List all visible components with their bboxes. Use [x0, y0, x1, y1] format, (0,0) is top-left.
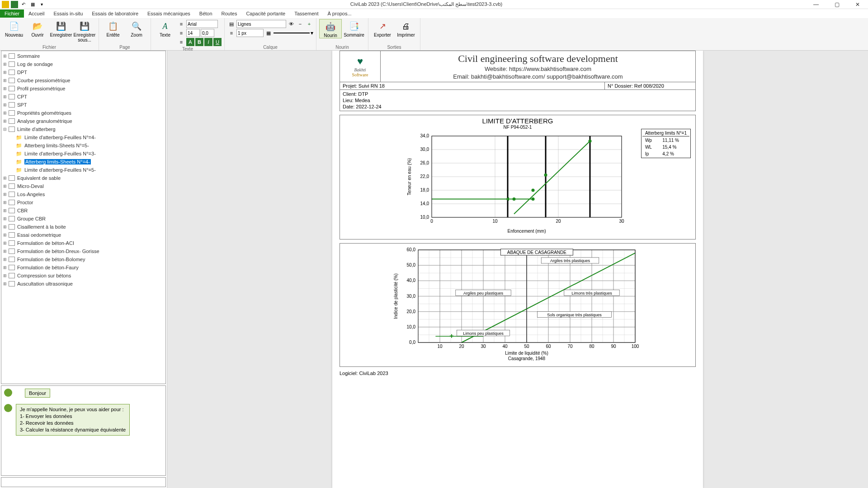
- tree-item[interactable]: ⊞Courbe pressiométrique: [2, 76, 165, 84]
- tab-essais-insitu[interactable]: Essais in-situ: [49, 9, 87, 18]
- tree-item[interactable]: ⊞Log de sondage: [2, 60, 165, 68]
- svg-point-28: [532, 189, 535, 192]
- tree-item[interactable]: ⊞Proctor: [2, 198, 165, 206]
- nourin-button[interactable]: 🤖Nourin: [319, 19, 342, 38]
- svg-text:20: 20: [556, 219, 561, 224]
- tree-item[interactable]: ⊟Limite d'atterberg: [2, 125, 165, 133]
- tree-item[interactable]: ⊞Essai oedometrique: [2, 231, 165, 239]
- tree-item[interactable]: ⊞Groupe CBR: [2, 215, 165, 223]
- tree-item[interactable]: ⊞Cisaillement à la boite: [2, 223, 165, 231]
- export-button[interactable]: ↗Exporter: [371, 19, 394, 38]
- tree-item[interactable]: ⊞Auscultation ultrasonique: [2, 280, 165, 288]
- results-table: Atterberg limits N°=1 Wp11,11 % WL15,4 %…: [641, 129, 691, 158]
- svg-text:18,0: 18,0: [420, 188, 429, 192]
- tree-item[interactable]: ⊞CBR: [2, 206, 165, 215]
- assistant-input[interactable]: [1, 477, 166, 487]
- project-tree[interactable]: ⊞Sommaire⊞Log de sondage⊞DPT⊞Courbe pres…: [1, 51, 166, 384]
- tree-item-child[interactable]: 📁Limite d'atterberg-Feuilles N°=3-: [2, 150, 165, 158]
- plus-icon[interactable]: +: [305, 20, 313, 28]
- tab-apropos[interactable]: À propos...: [323, 9, 356, 18]
- font-color-icon[interactable]: A: [186, 38, 194, 46]
- maximize-button[interactable]: ▢: [826, 0, 847, 9]
- svg-text:Teneur en eau (%): Teneur en eau (%): [407, 158, 412, 195]
- eye-icon[interactable]: 👁: [287, 20, 295, 28]
- size-combo[interactable]: [186, 29, 200, 37]
- tab-essais-labo[interactable]: Essais de laboratoire: [87, 9, 143, 18]
- zoom-button[interactable]: 🔍Zoom: [125, 19, 148, 38]
- align-center-icon[interactable]: ≡: [177, 29, 185, 37]
- layer-icon[interactable]: ▤: [227, 20, 236, 28]
- svg-text:10,0: 10,0: [407, 324, 416, 329]
- tree-item[interactable]: ⊞Micro-Deval: [2, 182, 165, 190]
- tree-item[interactable]: ⊞Analyse granulométrique: [2, 117, 165, 125]
- align-right-icon[interactable]: ≡: [177, 38, 185, 46]
- report-page: ♥ Bakhti Software Civil engineering soft…: [332, 51, 703, 488]
- tree-item[interactable]: ⊞Formulation de béton-Faury: [2, 263, 165, 272]
- assistant-panel: Bonjour Je m'appelle Nourine, je peux vo…: [1, 385, 166, 476]
- tree-item[interactable]: ⊞CPT: [2, 93, 165, 101]
- tab-capacite[interactable]: Capacité portante: [241, 9, 290, 18]
- tree-item[interactable]: ⊞Compression sur bétons: [2, 272, 165, 280]
- align-left-icon[interactable]: ≡: [177, 20, 185, 28]
- tree-item[interactable]: ⊞Formulation de béton-Bolomey: [2, 255, 165, 263]
- tree-item[interactable]: ⊞SPT: [2, 101, 165, 109]
- underline-icon[interactable]: U: [213, 38, 222, 46]
- header-button[interactable]: 📋Entête: [102, 19, 124, 38]
- tree-item[interactable]: ⊞DPT: [2, 68, 165, 76]
- tree-item[interactable]: ⊞Formulation de béton-Dreux- Gorisse: [2, 247, 165, 255]
- ribbon: 📄Nouveau 📂Ouvrir 💾Enregistrer 💾Enregistr…: [0, 18, 868, 51]
- other-combo[interactable]: [201, 29, 214, 37]
- px-combo[interactable]: [236, 29, 264, 37]
- bold-icon[interactable]: B: [195, 38, 203, 46]
- qat-dropdown-icon[interactable]: ▾: [38, 1, 45, 8]
- qat-icon[interactable]: [11, 1, 18, 8]
- pattern-icon[interactable]: ▦: [264, 29, 273, 37]
- close-button[interactable]: ✕: [847, 0, 868, 9]
- tree-item-child[interactable]: 📁Limite d'atterberg-Feuilles N°=4-: [2, 133, 165, 141]
- saveas-button[interactable]: 💾Enregistrer sous...: [73, 19, 96, 42]
- tab-beton[interactable]: Béton: [195, 9, 217, 18]
- tree-item[interactable]: ⊞Sommaire: [2, 52, 165, 60]
- tree-item[interactable]: ⊞Propriétés géométriques: [2, 109, 165, 117]
- company-logo: ♥ Bakhti Software: [340, 51, 381, 82]
- tree-item[interactable]: ⊞Equivalent de sable: [2, 174, 165, 182]
- svg-text:Enfoncement (mm): Enfoncement (mm): [507, 229, 546, 234]
- tree-item[interactable]: ⊞Profil pressiométrique: [2, 84, 165, 93]
- italic-icon[interactable]: I: [204, 38, 212, 46]
- tree-item-child[interactable]: 📁Limite d'atterberg-Feuilles N°=5-: [2, 166, 165, 174]
- lieu-field: Lieu: Medea: [343, 97, 693, 103]
- print-button[interactable]: 🖨Imprimer: [395, 19, 417, 38]
- text-button[interactable]: ATexte: [154, 19, 176, 38]
- tree-item[interactable]: ⊞Los-Angeles: [2, 190, 165, 198]
- group-label: Page: [102, 44, 148, 50]
- document-viewport[interactable]: ♥ Bakhti Software Civil engineering soft…: [167, 51, 868, 488]
- lineweight-icon[interactable]: ≡: [227, 29, 236, 37]
- tab-fichier[interactable]: Fichier: [0, 9, 24, 18]
- client-field: Client: DTP: [343, 91, 693, 97]
- tab-tassement[interactable]: Tassement: [290, 9, 323, 18]
- assistant-message: Je m'appelle Nourine, je peux vous aider…: [16, 404, 130, 436]
- tree-item-child[interactable]: 📁Atterberg limits-Sheets N°=4-: [2, 158, 165, 166]
- tree-item[interactable]: ⊞Formulation de béton-ACI: [2, 239, 165, 247]
- save-button[interactable]: 💾Enregistrer: [50, 19, 72, 38]
- assistant-avatar-icon: [4, 389, 12, 397]
- chevron-down-icon[interactable]: ▾: [311, 30, 313, 36]
- open-button[interactable]: 📂Ouvrir: [26, 19, 49, 38]
- tab-accueil[interactable]: Accueil: [24, 9, 49, 18]
- sommaire-button[interactable]: 📑Sommaire: [343, 19, 365, 38]
- qat-icon[interactable]: ▦: [29, 1, 36, 8]
- new-button[interactable]: 📄Nouveau: [3, 19, 25, 38]
- layer-type-combo[interactable]: [236, 20, 286, 28]
- minimize-button[interactable]: —: [806, 0, 826, 9]
- tab-routes[interactable]: Routes: [217, 9, 242, 18]
- qat-icon[interactable]: [2, 1, 9, 8]
- minus-icon[interactable]: −: [296, 20, 304, 28]
- dossier-field: N° Dossier: Ref 008/2020: [605, 82, 695, 89]
- qat-undo-icon[interactable]: ↶: [20, 1, 27, 8]
- date-field: Date: 2022-12-24: [343, 103, 693, 110]
- tab-essais-meca[interactable]: Essais mécaniques: [143, 9, 195, 18]
- svg-text:Sols organique très plastiques: Sols organique très plastiques: [547, 313, 602, 317]
- title-bar: ↶ ▦ ▾ CiviLab 2023 (C:\Users\Client\OneD…: [0, 0, 868, 9]
- font-combo[interactable]: [186, 20, 218, 28]
- tree-item-child[interactable]: 📁Atterberg limits-Sheets N°=5-: [2, 141, 165, 150]
